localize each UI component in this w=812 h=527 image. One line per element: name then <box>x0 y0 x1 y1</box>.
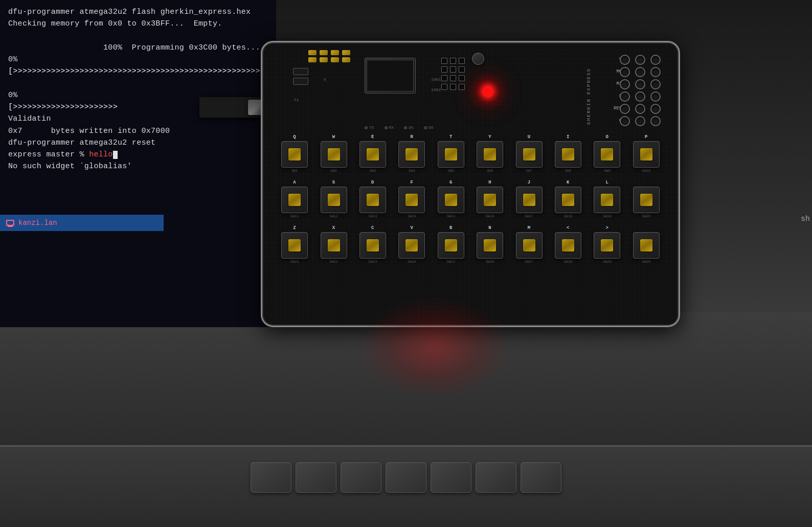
switch-unit-v: V SW24 <box>395 225 428 264</box>
switch-h-center <box>484 194 496 206</box>
switch-unit-q: Q SW1 <box>278 134 311 173</box>
switch-k[interactable] <box>555 187 581 213</box>
key-s-label: S <box>332 180 335 185</box>
sw2-label: SW2 <box>330 169 337 173</box>
laptop-key-7[interactable] <box>521 462 561 493</box>
switch-unit-s: S SW12 <box>317 180 350 218</box>
switch-p[interactable] <box>633 141 660 168</box>
pin-hole-7 <box>441 75 447 81</box>
sw8-label: SW8 <box>565 169 572 173</box>
laptop-keys-row <box>251 462 561 493</box>
switch-g-center <box>445 194 457 206</box>
pin-hole-1 <box>441 58 447 64</box>
sw16-label: SW16 <box>486 214 494 218</box>
switch-n[interactable] <box>477 232 503 259</box>
key-d-label: D <box>371 180 374 185</box>
switch-l-center <box>601 194 613 206</box>
switch-unit-h: H SW16 <box>473 180 507 218</box>
switch-b[interactable] <box>438 232 464 259</box>
laptop-key-3[interactable] <box>341 462 381 493</box>
sw15-label: SW15 <box>446 214 455 218</box>
switch-j[interactable] <box>516 187 543 213</box>
switch-30[interactable] <box>633 232 660 259</box>
key-x-label: X <box>332 225 335 231</box>
laptop-base <box>0 312 812 460</box>
switch-r[interactable] <box>398 141 425 168</box>
laptop-key-5[interactable] <box>431 462 471 493</box>
switch-m[interactable] <box>516 232 543 259</box>
solder-pad-4 <box>342 50 350 55</box>
switch-w[interactable] <box>321 141 347 168</box>
switch-q-center <box>288 148 301 161</box>
switch-o[interactable] <box>594 141 620 168</box>
sw7-label: SW7 <box>526 169 532 173</box>
key-p-label: P <box>645 134 648 140</box>
key-v-label: V <box>410 225 413 231</box>
solder-pads-top <box>308 50 351 62</box>
key-e-label: E <box>371 134 374 140</box>
switch-lt[interactable] <box>555 232 581 259</box>
pcb-indicator-labels: TX RX D5 D6 <box>365 125 433 130</box>
switch-v[interactable] <box>398 232 425 259</box>
switch-u[interactable] <box>516 141 543 168</box>
switch-g[interactable] <box>438 187 464 213</box>
solder-pad-8 <box>342 57 350 62</box>
switch-o-center <box>601 148 613 161</box>
laptop-key-4[interactable] <box>386 462 426 493</box>
solder-pad-2 <box>320 50 328 55</box>
sw29-label: SW29 <box>603 260 612 264</box>
key-i-label: I <box>567 134 570 140</box>
switch-unit-30: SW30 <box>629 225 663 264</box>
switch-q[interactable] <box>281 141 308 168</box>
sw17-label: SW17 <box>525 214 533 218</box>
switch-a[interactable] <box>281 187 308 213</box>
kanzi-bar: kanzi.lan <box>0 215 164 231</box>
switch-20[interactable] <box>633 187 660 213</box>
key-g-label: G <box>449 180 453 185</box>
pcb-component-group <box>293 68 308 85</box>
switch-l[interactable] <box>594 187 620 213</box>
switch-lt-center <box>562 239 574 251</box>
switch-s[interactable] <box>321 187 347 213</box>
sw28-label: SW28 <box>564 260 573 264</box>
laptop-key-2[interactable] <box>296 462 336 493</box>
reset-button[interactable] <box>472 53 484 65</box>
switch-row-2: A SW11 S SW12 D SW13 F SW14 G <box>278 180 663 218</box>
switch-y[interactable] <box>477 141 503 168</box>
switch-gt[interactable] <box>594 232 620 259</box>
switch-b-center <box>445 239 457 251</box>
laptop-key-1[interactable] <box>251 462 291 493</box>
switch-unit-u: U SW7 <box>512 134 546 173</box>
terminal-prompt-line: express master % hello <box>8 149 268 161</box>
key-u-label: U <box>528 134 531 140</box>
key-k-label: K <box>567 180 570 185</box>
laptop-key-6[interactable] <box>476 462 516 493</box>
switch-i[interactable] <box>555 141 581 168</box>
solder-pad-3 <box>331 50 339 55</box>
d5-dot <box>404 126 407 129</box>
sw30-label: SW30 <box>642 260 650 264</box>
switch-t[interactable] <box>438 141 464 168</box>
switch-e[interactable] <box>359 141 386 168</box>
switch-c[interactable] <box>359 232 386 259</box>
pin-hole-12 <box>459 84 465 90</box>
sw23-label: SW23 <box>369 260 377 264</box>
switch-f[interactable] <box>398 187 425 213</box>
switch-unit-l: L SW19 <box>590 180 624 218</box>
switch-n-center <box>484 239 496 251</box>
gnd-hole-3 <box>620 116 630 126</box>
switch-z[interactable] <box>281 232 308 259</box>
d6-label: D6 <box>424 125 434 130</box>
switch-v-center <box>405 239 418 251</box>
sw21-label: SW21 <box>290 260 299 264</box>
pin-hole-5 <box>450 66 456 73</box>
switch-unit-20: SW20 <box>629 180 663 218</box>
switch-unit-f: F SW14 <box>395 180 428 218</box>
terminal-line-4: 100% Programming 0x3C00 bytes... <box>8 42 268 54</box>
switch-x[interactable] <box>321 232 347 259</box>
switch-p-center <box>640 148 652 161</box>
terminal-error-line: No such widget `globalias' <box>8 161 268 172</box>
switch-unit-g: G SW15 <box>434 180 468 218</box>
switch-d[interactable] <box>359 187 386 213</box>
switch-h[interactable] <box>477 187 503 213</box>
